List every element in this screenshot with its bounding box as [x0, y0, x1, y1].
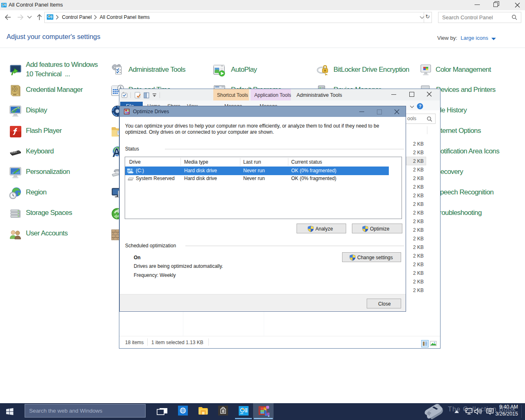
svg-text:?: ? [419, 104, 422, 109]
